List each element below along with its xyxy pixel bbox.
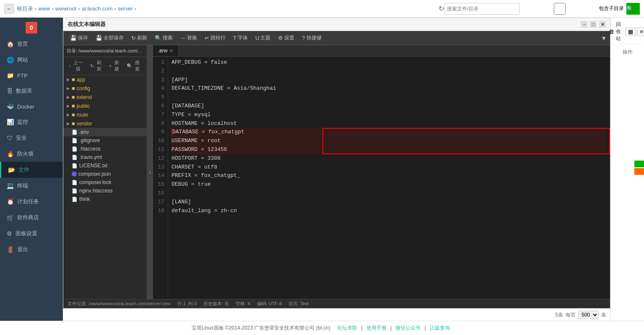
encoding-status: 编码: UTF-8 — [257, 301, 282, 307]
folder-public-icon: ■ — [72, 103, 75, 109]
breadcrumb-wwwroot[interactable]: wwwroot — [55, 5, 77, 12]
footer-link-forum[interactable]: 论坛求助 — [337, 325, 357, 331]
folder-extend[interactable]: ▶ ■ extend — [63, 93, 147, 101]
settings-button[interactable]: ⚙ 设置 — [275, 33, 298, 43]
footer-link-manual[interactable]: 使用手册 — [366, 325, 387, 331]
folder-route[interactable]: ▶ ■ route — [63, 110, 147, 119]
sidebar-item-ftp[interactable]: 📁 FTP — [0, 68, 63, 83]
sidebar-item-security[interactable]: 🛡 安全 — [0, 130, 63, 146]
bottom-pagination-bar: 5条 每页 500 100 200 条 — [63, 309, 610, 321]
back-button[interactable]: ← — [4, 4, 14, 14]
editor-tabs: .env ✕ — [153, 45, 610, 57]
sidebar: 0 🏠 首页 🌐 网站 📁 FTP 🗄 数据库 🐳 Docker 📊 监控 🛡 … — [0, 18, 63, 321]
toolbar-dropdown-arrow[interactable]: ▼ — [601, 35, 607, 42]
close-button[interactable]: ✕ — [599, 21, 606, 28]
software-icon: 🛒 — [7, 214, 14, 221]
database-icon: 🗄 — [7, 88, 13, 94]
file-tree-actions: ↑ 上一级 ↻ 刷新 + 新建 🔍 搜索 — [63, 57, 147, 75]
file-htaccess[interactable]: 📄 .htaccess — [63, 145, 147, 153]
refresh-tree-button[interactable]: ↻ 刷新 — [88, 59, 105, 73]
shortcuts-icon: ? — [302, 35, 305, 41]
folder-app[interactable]: ▶ ■ app — [63, 75, 147, 84]
code-area[interactable]: 1 2 3 4 5 6 7 8 9 10 11 12 13 — [153, 57, 610, 299]
footer: 宝塔Linux面板 ©2014-2023 广东堡塔安全技术有限公司 (bt.cn… — [0, 321, 644, 335]
breadcrumb-server[interactable]: server — [118, 5, 133, 12]
folder-route-icon: ■ — [72, 112, 75, 118]
up-dir-button[interactable]: ↑ 上一级 — [67, 59, 86, 73]
sidebar-item-home[interactable]: 🏠 首页 — [0, 36, 63, 52]
sidebar-item-logout[interactable]: 🚪 退出 — [0, 242, 63, 257]
file-tree-header: 目录: /www/wwwroot/ai.teach.com/se... — [63, 45, 147, 57]
tab-env[interactable]: .env ✕ — [153, 45, 179, 56]
refresh-editor-button[interactable]: ↻ 刷新 — [128, 33, 151, 43]
breadcrumb-domain[interactable]: ai.teach.com — [82, 5, 113, 12]
feedback-button[interactable]: 反馈 — [634, 168, 644, 175]
save-icon: 💾 — [70, 35, 77, 41]
folder-config[interactable]: ▶ ■ config — [63, 84, 147, 93]
footer-link-genuine[interactable]: 正版查询 — [430, 325, 450, 331]
list-view-button[interactable]: ≡ — [637, 27, 644, 36]
sidebar-item-terminal[interactable]: 💻 终端 — [0, 178, 63, 194]
folder-public[interactable]: ▶ ■ public — [63, 101, 147, 110]
view-buttons: ▦ ≡ — [625, 27, 644, 36]
sidebar-item-docker[interactable]: 🐳 Docker — [0, 99, 63, 114]
footer-link-wechat[interactable]: 微信公众号 — [395, 325, 421, 331]
sidebar-item-firewall[interactable]: 🔥 防火墙 — [0, 146, 63, 162]
close-tab-env[interactable]: ✕ — [169, 48, 173, 54]
sidebar-item-website[interactable]: 🌐 网站 — [0, 52, 63, 68]
folder-vendor[interactable]: ▶ ■ vendor — [63, 119, 147, 128]
file-doc-icon: 📄 — [72, 163, 78, 169]
include-subdir-label[interactable]: 包含子目录 — [522, 3, 624, 15]
file-travis[interactable]: 📄 .travis.yml — [63, 153, 147, 161]
shortcuts-button[interactable]: ? 快捷键 — [299, 33, 325, 43]
search-input[interactable] — [444, 3, 519, 15]
sidebar-item-database[interactable]: 🗄 数据库 — [0, 83, 63, 99]
sidebar-item-software[interactable]: 🛒 软件商店 — [0, 210, 63, 226]
refresh-button[interactable]: ↻ — [439, 5, 444, 13]
grid-view-button[interactable]: ▦ — [625, 27, 636, 36]
file-doc-icon: 📄 — [72, 180, 78, 185]
breadcrumb-www[interactable]: www — [38, 5, 50, 12]
action-label: 操作 — [623, 49, 633, 56]
logout-icon: 🚪 — [7, 246, 14, 253]
editor-title-bar: 在线文本编辑器 － □ ✕ — [63, 18, 610, 31]
search-editor-button[interactable]: 🔍 搜索 — [151, 33, 176, 43]
customer-service-button[interactable]: 客服 — [634, 161, 644, 167]
editor-title: 在线文本编辑器 — [68, 21, 106, 28]
sidebar-item-panel[interactable]: ⚙ 面板设置 — [0, 226, 63, 242]
file-composer-lock[interactable]: 📄 composer.lock — [63, 178, 147, 187]
save-button[interactable]: 💾 保存 — [67, 33, 91, 43]
per-page-select[interactable]: 500 100 200 — [578, 311, 599, 319]
replace-button[interactable]: ↔ 替换 — [177, 33, 200, 43]
sidebar-item-monitor[interactable]: 📊 监控 — [0, 114, 63, 130]
theme-button[interactable]: U 主题 — [252, 33, 274, 43]
docker-icon: 🐳 — [7, 103, 14, 110]
file-gitignore[interactable]: 📄 .gitignore — [63, 136, 147, 145]
search-go-button[interactable]: 🔍 — [626, 3, 640, 15]
breadcrumb: 根目录 › www › wwwroot › ai.teach.com › ser… — [17, 5, 434, 13]
include-subdir-checkbox[interactable] — [522, 3, 597, 15]
folder-vendor-icon: ■ — [72, 120, 75, 127]
font-icon: T — [233, 35, 236, 41]
schedule-icon: ⏰ — [7, 198, 14, 205]
save-all-button[interactable]: 💾 全部保存 — [92, 33, 127, 43]
jump-line-button[interactable]: ↵ 跳转行 — [201, 33, 229, 43]
collapse-panel-button[interactable]: ‹ — [147, 45, 153, 299]
sidebar-item-files[interactable]: 📂 文件 — [0, 162, 63, 178]
file-nginx-htaccess[interactable]: 📄 nginx.htaccess — [63, 187, 147, 195]
recycle-label[interactable]: 回收站 — [616, 21, 621, 42]
minimize-button[interactable]: － — [581, 21, 587, 28]
code-content[interactable]: APP_DEBUG = false [APP]DEFAULT_TIMEZONE … — [168, 57, 610, 299]
font-button[interactable]: T 字体 — [230, 33, 251, 43]
search-tree-button[interactable]: 🔍 搜索 — [125, 59, 143, 73]
breadcrumb-root[interactable]: 根目录 — [17, 5, 33, 13]
file-composer-json[interactable]: composer.json — [63, 170, 147, 178]
sidebar-item-schedule[interactable]: ⏰ 计划任务 — [0, 194, 63, 210]
file-think[interactable]: 📄 think — [63, 195, 147, 203]
file-doc-icon: 📄 — [72, 130, 78, 135]
file-license[interactable]: 📄 LICENSE.txt — [63, 161, 147, 170]
position-status: 行 1 ,列 0 — [177, 301, 197, 307]
file-env[interactable]: 📄 .env — [63, 128, 147, 136]
maximize-button[interactable]: □ — [590, 21, 597, 28]
new-file-button[interactable]: + 新建 — [107, 59, 123, 73]
